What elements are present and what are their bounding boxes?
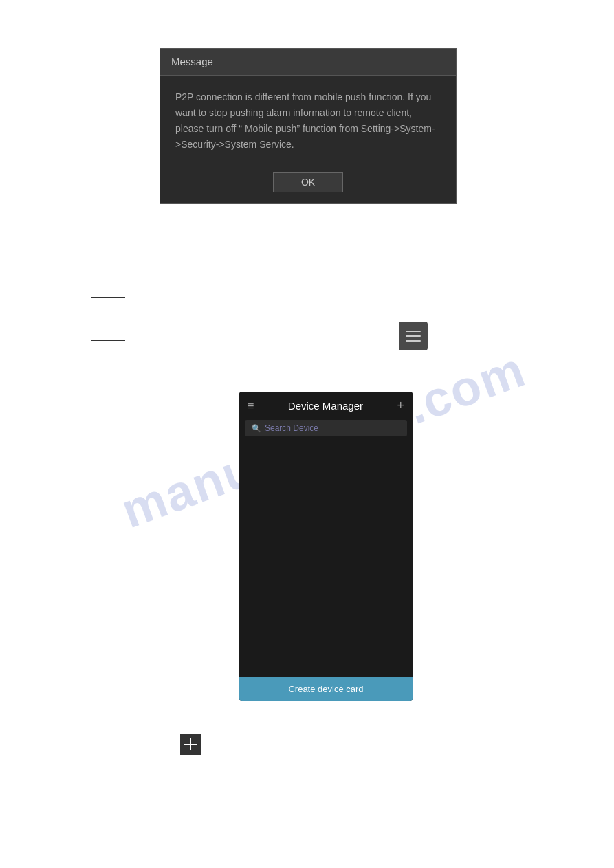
phone-content-area: [239, 441, 413, 677]
search-icon: 🔍: [252, 424, 261, 433]
search-placeholder: Search Device: [265, 423, 318, 433]
dialog-footer: OK: [160, 165, 456, 203]
create-device-card-button[interactable]: Create device card: [239, 677, 413, 701]
phone-add-icon[interactable]: +: [397, 399, 404, 413]
plus-vertical-bar: [190, 738, 191, 750]
ok-button[interactable]: OK: [273, 172, 343, 192]
dialog-header: Message: [160, 49, 456, 76]
line-indicator-bottom: [91, 340, 125, 341]
phone-menu-icon[interactable]: ≡: [248, 400, 254, 412]
phone-screen-title: Device Manager: [288, 400, 363, 412]
menu-bar-2: [406, 335, 421, 337]
dialog-title: Message: [171, 56, 213, 67]
dialog-message-text: P2P connection is different from mobile …: [175, 89, 441, 153]
phone-screen: ≡ Device Manager + 🔍 Search Device Creat…: [239, 392, 413, 701]
dialog-body: P2P connection is different from mobile …: [160, 76, 456, 165]
message-dialog: Message P2P connection is different from…: [160, 48, 457, 204]
line-indicator-top: [91, 297, 125, 298]
menu-bar-3: [406, 340, 421, 342]
phone-header: ≡ Device Manager +: [239, 392, 413, 420]
plus-icon-button[interactable]: [180, 734, 201, 755]
menu-bar-1: [406, 331, 421, 332]
hamburger-menu-icon[interactable]: [399, 322, 428, 350]
phone-search-bar[interactable]: 🔍 Search Device: [245, 420, 407, 436]
